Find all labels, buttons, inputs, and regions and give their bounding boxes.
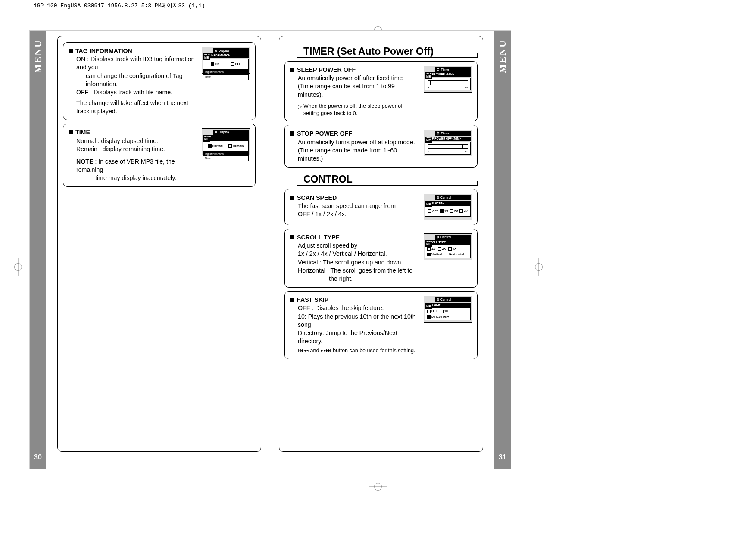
title-fastskip: FAST SKIP	[297, 296, 328, 303]
crop-mark-left	[9, 258, 27, 276]
title-time: TIME	[75, 129, 90, 136]
text: and	[310, 348, 319, 354]
line: Normal : display elapsed time.	[69, 137, 197, 145]
lcd-hdr: Control	[440, 235, 451, 239]
line: Automatically power off after fixed time	[290, 74, 419, 82]
opt-normal: Normal	[208, 144, 223, 148]
note-arrow-icon: ▷	[298, 102, 302, 117]
box-fast-skip: FAST SKIP OFF : Disables the skip featur…	[284, 291, 478, 359]
line: 1x / 2x / 4x / Vertical / Horizontal.	[290, 250, 419, 258]
opt-on: ON	[211, 62, 220, 66]
lcd-tag-info: ⚙Display TAG INFORMATION ME ON OFF Tag I…	[202, 47, 250, 74]
opt-2x: 2X	[450, 209, 458, 213]
box-tag-information: TAG INFORMATION ON : Displays track with…	[63, 42, 256, 120]
box-time: TIME Normal : display elapsed time. Rema…	[63, 124, 256, 187]
line: OFF : Displays track with file name.	[69, 88, 197, 96]
opt-off: OFF	[427, 309, 437, 313]
opt-vertical: Vertical	[427, 252, 442, 256]
lcd-foot1: Tag Information	[203, 152, 249, 157]
slider-knob	[430, 80, 431, 85]
crop-mark-bottom	[369, 478, 387, 495]
lcd-hdr: Control	[440, 298, 451, 301]
page-30: MENU 30 TAG INFORMATION ON : Displays tr…	[30, 31, 270, 469]
lcd-hdr: Display	[219, 49, 229, 53]
opt-4x: 4X	[448, 247, 456, 251]
lcd-foot2: Time	[203, 156, 249, 161]
section-timer: TIMER (Set Auto Power Off)	[297, 43, 478, 58]
right-side-tab: MENU	[494, 31, 511, 469]
line: ON : Displays track with ID3 tag informa…	[69, 55, 197, 71]
right-content-frame: TIMER (Set Auto Power Off) SLEEP POWER O…	[279, 36, 483, 452]
opt-off: OFF	[231, 62, 241, 66]
box-scan-speed: SCAN SPEED The fast scan speed can range…	[284, 189, 478, 225]
line: Directory: Jump to the Previous/Next dir…	[290, 329, 419, 345]
line: OFF : Disables the skip feature.	[290, 304, 419, 312]
lcd-scroll: ⚙Control SCROLL TYPE ME 1X 2X 4X Vertica…	[424, 233, 472, 260]
bullet-icon	[69, 49, 73, 53]
opt-horizontal: Horizontal	[445, 252, 464, 256]
max: 60	[465, 150, 468, 153]
opt-2x: 2X	[438, 247, 446, 251]
lcd-me: ME	[425, 202, 432, 207]
lcd-me: ME	[425, 242, 432, 246]
opt-1x: 1X	[427, 247, 435, 251]
left-content-frame: TAG INFORMATION ON : Displays track with…	[57, 36, 261, 452]
lcd-hdr: Timer	[441, 131, 449, 135]
opt-remain: Remain	[228, 144, 244, 148]
rew-icon: ⏮◀◀	[298, 348, 309, 354]
line: (Time range can be made from 1~60 minute…	[290, 146, 419, 163]
opt-1x: 1X	[440, 209, 448, 213]
crop-mark-right	[530, 258, 547, 276]
bullet-icon	[69, 130, 73, 134]
lcd-me: ME	[425, 138, 432, 143]
lcd-scan: ⚙Control SCAN SPEED ME OFF 1X 2X 4X	[424, 194, 472, 220]
ffw-icon: ▶▶⏭	[321, 348, 331, 354]
page-number-right: 31	[494, 453, 511, 461]
lcd-foot1: Tag Information	[203, 70, 249, 75]
lcd-sleep: ⏱Timer SLEEP TIMER <MIN> ME 099	[424, 66, 472, 93]
line: Remain : display remaining time.	[69, 145, 197, 153]
bullet-icon	[290, 68, 294, 72]
line: Horizontal : The scroll goes from the le…	[290, 267, 419, 275]
opt-4x: 4X	[459, 209, 468, 213]
line: The change will take affect when the nex…	[69, 99, 197, 115]
lcd-hdr: Display	[219, 130, 229, 134]
page-31: MENU 31 TIMER (Set Auto Power Off) SLEEP…	[270, 31, 511, 469]
bullet-icon	[290, 131, 294, 136]
page-number-left: 30	[30, 453, 46, 461]
note-text: When the power is off, the sleep power o…	[303, 102, 419, 117]
lcd-time: ⚙Display TIME ME Normal Remain Tag Infor…	[202, 128, 250, 155]
note-label: NOTE	[76, 158, 93, 165]
print-header: iGP 100 EngUSA 030917 1956.8.27 5:3 PM페이…	[34, 2, 205, 9]
lcd-foot2: Time	[203, 75, 249, 80]
max: 99	[465, 86, 468, 89]
line: OFF / 1x / 2x / 4x.	[290, 210, 419, 218]
note-text2: time may display inaccurately.	[69, 174, 197, 182]
title-scroll: SCROLL TYPE	[297, 234, 340, 241]
text: button can be used for this setting.	[333, 348, 415, 354]
title-scan: SCAN SPEED	[297, 194, 337, 201]
min: 0	[428, 86, 429, 89]
box-scroll-type: SCROLL TYPE Adjust scroll speed by 1x / …	[284, 229, 478, 288]
lcd-stop: ⏱Timer STOP POWER OFF <MIN> ME 160	[424, 130, 472, 156]
right-tab-label: MENU	[497, 39, 508, 73]
line: The fast scan speed can range from	[290, 202, 419, 210]
opt-off: OFF	[428, 209, 438, 213]
min: 1	[428, 150, 429, 153]
bullet-icon	[290, 298, 294, 302]
opt-directory: DIRECTORY	[427, 315, 449, 319]
line: the right.	[290, 275, 419, 283]
opt-10: 10	[440, 309, 448, 313]
lcd-me: ME	[425, 304, 432, 309]
section-control: CONTROL	[297, 171, 478, 186]
box-stop-power-off: STOP POWER OFF Automatically turns power…	[284, 125, 478, 168]
line: Vertical : The scroll goes up and down	[290, 258, 419, 267]
lcd-hdr: Timer	[441, 68, 449, 71]
box-sleep-power-off: SLEEP POWER OFF Automatically power off …	[284, 61, 478, 121]
lcd-me: ME	[203, 137, 210, 141]
slider-knob	[462, 144, 463, 149]
lcd-hdr: Control	[440, 196, 451, 199]
title-stop: STOP POWER OFF	[297, 130, 352, 137]
line: (Time range can be set from 1 to 99 minu…	[290, 82, 419, 99]
left-tab-label: MENU	[32, 39, 44, 73]
